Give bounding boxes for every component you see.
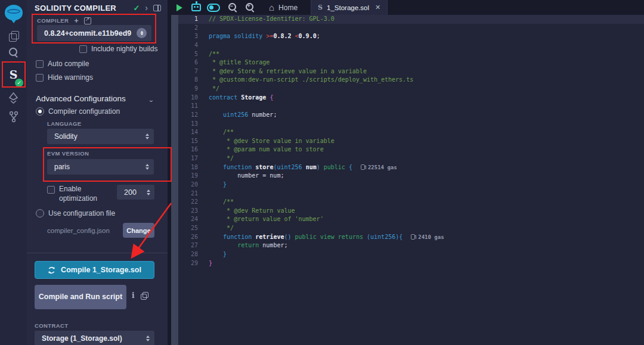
code-lines: // SPDX-License-Identifier: GPL-3.0pragm… <box>205 15 644 268</box>
search-icon[interactable] <box>0 45 27 60</box>
evm-version-label: EVM VERSION <box>47 150 89 157</box>
hide-warnings-checkbox[interactable] <box>36 74 44 82</box>
gas-estimate-badge: 2410 gas <box>411 233 444 242</box>
git-icon[interactable] <box>0 110 27 124</box>
file-explorer-icon[interactable] <box>0 29 27 43</box>
code-line: number = num; <box>209 172 644 181</box>
toggle-icon[interactable] <box>207 4 220 12</box>
panel-resize-handle[interactable] <box>171 15 178 345</box>
contract-section-label: CONTRACT <box>35 322 69 329</box>
add-compiler-icon[interactable]: + <box>74 17 79 24</box>
code-line: return number; <box>209 241 644 250</box>
code-line: /** <box>209 128 644 137</box>
gas-estimate-badge: 22514 gas <box>361 163 397 172</box>
language-stepper-icon <box>145 133 149 139</box>
code-line: */ <box>209 224 644 233</box>
code-line: * @return value of 'number' <box>209 215 644 224</box>
compiler-configuration-label: Compiler configuration <box>48 107 120 116</box>
optimization-runs-stepper[interactable]: 200 <box>117 185 154 200</box>
code-line <box>209 24 644 33</box>
remix-logo[interactable] <box>0 2 27 23</box>
contract-select[interactable]: Storage (1_Storage.sol) <box>35 331 154 345</box>
evm-version-select[interactable]: paris <box>47 159 154 175</box>
code-line: function store(uint256 num) public {2251… <box>209 163 644 172</box>
solidity-compiler-icon[interactable]: S ✓ <box>0 64 27 85</box>
code-line: } <box>209 250 644 259</box>
compiler-version-select[interactable]: 0.8.24+commit.e11b9ed9 <box>37 25 151 41</box>
code-line: // SPDX-License-Identifier: GPL-3.0 <box>209 15 644 24</box>
code-line: * @custom:dev-run-script ./scripts/deplo… <box>209 76 644 85</box>
compile-success-check-icon: ✓ <box>133 4 140 13</box>
code-line: * @dev Store value in variable <box>209 137 644 146</box>
contract-stepper-icon <box>146 335 150 341</box>
publish-icon[interactable] <box>84 17 91 24</box>
enable-optimization-label: Enable optimization <box>59 185 113 203</box>
include-nightly-label: Include nightly builds <box>91 45 157 53</box>
optimization-runs-value: 200 <box>124 188 142 197</box>
compiler-version-value: 0.8.24+commit.e11b9ed9 <box>44 29 137 38</box>
zoom-out-icon[interactable]: − <box>228 3 237 12</box>
code-line: * @dev Return value <box>209 207 644 216</box>
code-line: } <box>209 259 644 268</box>
code-line: function retrieve() public view returns … <box>209 233 644 242</box>
home-icon: ⌂ <box>269 3 274 12</box>
code-line: /** <box>209 50 644 59</box>
code-line: * @title Storage <box>209 58 644 67</box>
ai-assistant-robot-icon[interactable] <box>191 4 201 11</box>
code-line: pragma solidity >=0.8.2 <0.9.0; <box>209 32 644 41</box>
copy-icon[interactable] <box>141 292 147 299</box>
code-line <box>209 41 644 50</box>
code-line: contract Storage { <box>209 94 644 102</box>
info-icon[interactable]: i <box>132 291 135 300</box>
code-line: * @dev Store & retrieve value in a varia… <box>209 67 644 76</box>
refresh-icon <box>48 266 55 274</box>
compiled-check-badge: ✓ <box>15 79 23 87</box>
panel-header: SOLIDITY COMPILER ✓ › <box>35 3 161 13</box>
code-line: */ <box>209 154 644 163</box>
tab-1-storage-sol[interactable]: S 1_Storage.sol ✕ <box>311 0 388 15</box>
zoom-in-icon[interactable]: + <box>246 3 255 12</box>
remix-ide-window: S ✓ SOLIDITY COMPILER ✓ › COMPILER + 0.8… <box>0 0 644 345</box>
pin-panel-icon[interactable] <box>153 5 161 11</box>
auto-compile-checkbox[interactable] <box>36 60 44 68</box>
compiler-version-stepper-icon[interactable] <box>137 28 147 38</box>
section-divider <box>27 253 168 253</box>
editor-top-bar: − + ⌂ Home S 1_Storage.sol ✕ <box>168 0 644 15</box>
compile-and-run-button[interactable]: Compile and Run script <box>35 285 126 309</box>
code-editor[interactable]: 1234567891011121314151617181920212223242… <box>178 15 644 345</box>
code-line: * @param num value to store <box>209 145 644 154</box>
runs-stepper-icon <box>147 189 150 195</box>
evm-stepper-icon <box>145 164 149 170</box>
hide-warnings-label: Hide warnings <box>48 73 93 82</box>
config-file-name: compiler_config.json <box>47 227 110 234</box>
advanced-configurations-title[interactable]: Advanced Configurations <box>36 94 126 103</box>
compiler-configuration-radio[interactable] <box>36 107 44 116</box>
code-line: /** <box>209 198 644 207</box>
language-select[interactable]: Solidity <box>47 129 154 144</box>
include-nightly-checkbox[interactable] <box>79 45 87 53</box>
compiler-section-label: COMPILER <box>37 17 69 24</box>
auto-compile-label: Auto compile <box>48 60 89 68</box>
code-line <box>209 102 644 111</box>
tab-home[interactable]: ⌂ Home <box>264 0 302 15</box>
deploy-run-icon[interactable] <box>0 91 27 105</box>
code-line: */ <box>209 85 644 94</box>
code-line <box>209 189 644 198</box>
icon-rail: S ✓ <box>0 0 27 345</box>
fuel-pump-icon <box>361 164 365 170</box>
use-configuration-file-radio[interactable] <box>36 209 44 217</box>
enable-optimization-checkbox[interactable] <box>47 186 55 194</box>
panel-title: SOLIDITY COMPILER <box>35 4 116 13</box>
compile-button[interactable]: Compile 1_Storage.sol <box>35 261 154 279</box>
gutter: 1234567891011121314151617181920212223242… <box>178 15 205 268</box>
code-line: } <box>209 181 644 189</box>
use-configuration-file-label: Use configuration file <box>48 209 115 217</box>
language-label: LANGUAGE <box>47 120 82 127</box>
play-icon[interactable] <box>177 4 182 11</box>
close-icon[interactable]: ✕ <box>375 4 380 11</box>
chevron-right-icon[interactable]: › <box>145 3 148 13</box>
chevron-down-icon[interactable]: ⌄ <box>148 97 154 104</box>
fuel-pump-icon <box>411 234 415 240</box>
change-config-button[interactable]: Change <box>123 223 154 238</box>
compile-button-label: Compile 1_Storage.sol <box>61 266 141 274</box>
